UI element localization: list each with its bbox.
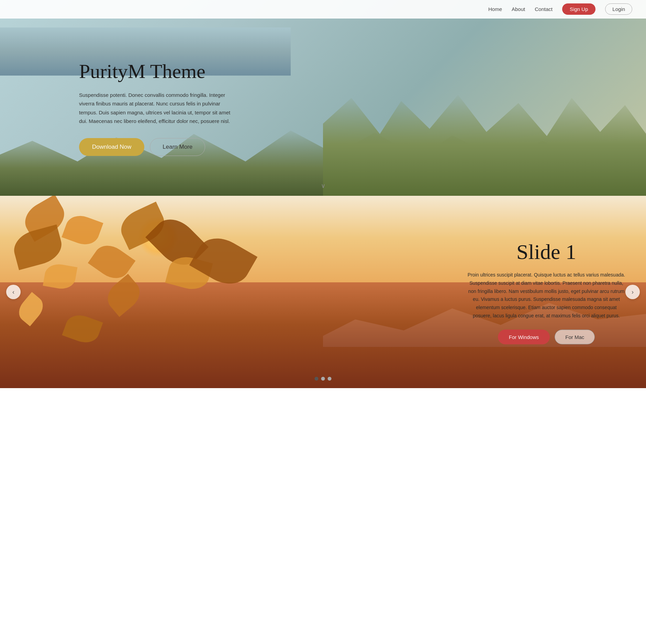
slider-prev-button[interactable]: ‹ — [6, 285, 21, 299]
slide-title: Slide 1 — [467, 240, 625, 264]
slider-dots — [315, 377, 332, 381]
nav-link-about[interactable]: About — [512, 6, 525, 12]
slide-buttons: For Windows For Mac — [467, 329, 625, 344]
slide-dot-1[interactable] — [315, 377, 319, 381]
signup-button[interactable]: Sign Up — [562, 3, 595, 15]
nav-item-home[interactable]: Home — [488, 6, 502, 12]
slide-dot-3[interactable] — [328, 377, 332, 381]
nav-item-login[interactable]: Login — [605, 6, 632, 12]
nav-item-signup[interactable]: Sign Up — [562, 6, 595, 12]
hero-content: PurityM Theme Suspendisse potenti. Donec… — [0, 40, 237, 156]
scroll-hint-icon: ∨ — [321, 182, 325, 190]
slider-next-button[interactable]: › — [625, 285, 640, 299]
nav-item-contact[interactable]: Contact — [535, 6, 553, 12]
leaf-group — [0, 196, 230, 388]
hero-section: PurityM Theme Suspendisse potenti. Donec… — [0, 0, 646, 196]
nav-links: Home About Contact Sign Up Login — [488, 6, 632, 12]
leaf-6 — [43, 262, 78, 291]
slider-section: Slide 1 Proin ultrices suscipit placerat… — [0, 196, 646, 388]
hero-description: Suspendisse potenti. Donec convallis com… — [79, 91, 237, 126]
login-button[interactable]: Login — [605, 3, 632, 15]
slide-description: Proin ultrices suscipit placerat. Quisqu… — [467, 271, 625, 320]
leaf-2 — [62, 211, 103, 249]
slide-dot-2[interactable] — [321, 377, 325, 381]
slider-content: Slide 1 Proin ultrices suscipit placerat… — [467, 240, 625, 344]
nav-link-contact[interactable]: Contact — [535, 6, 553, 12]
navbar: Home About Contact Sign Up Login — [0, 0, 646, 19]
slider-tree — [0, 196, 420, 388]
download-now-button[interactable]: Download Now — [79, 138, 144, 156]
learn-more-button[interactable]: Learn More — [150, 138, 205, 156]
leaf-10 — [14, 292, 47, 326]
leaf-12 — [62, 311, 103, 347]
hero-buttons: Download Now Learn More — [79, 138, 237, 156]
nav-link-home[interactable]: Home — [488, 6, 502, 12]
hero-title: PurityM Theme — [79, 60, 237, 82]
leaf-3 — [10, 225, 65, 270]
nav-item-about[interactable]: About — [512, 6, 525, 12]
leaf-8 — [102, 274, 146, 317]
for-mac-button[interactable]: For Mac — [555, 329, 595, 344]
for-windows-button[interactable]: For Windows — [498, 329, 550, 344]
